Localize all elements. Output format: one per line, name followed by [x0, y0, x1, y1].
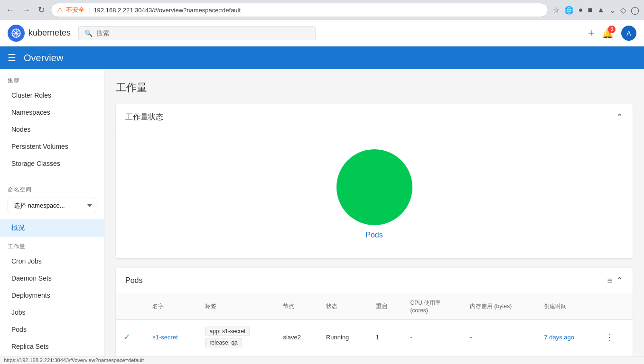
- sidebar-item-pods[interactable]: Pods: [0, 321, 104, 338]
- pods-circle: [336, 149, 412, 225]
- sidebar: 集群 Cluster Roles Namespaces Nodes Persis…: [0, 69, 104, 364]
- kubernetes-logo: kubernetes: [8, 25, 71, 42]
- pod-status-cell: Running: [318, 320, 368, 355]
- pod-cpu-cell: -: [402, 320, 462, 355]
- namespace-section: 命名空间 选择 namespace...: [0, 180, 104, 219]
- col-header-name: 名字: [145, 293, 197, 320]
- pod-status-icon: ✓: [116, 320, 145, 355]
- sidebar-item-storage-classes[interactable]: Storage Classes: [0, 155, 104, 172]
- user-avatar[interactable]: A: [621, 26, 636, 41]
- pods-label[interactable]: Pods: [365, 231, 383, 239]
- logo-text: kubernetes: [28, 28, 71, 38]
- namespace-select[interactable]: 选择 namespace...: [8, 198, 96, 213]
- status-bar: https://192.168.2.221:30443/#/overview?n…: [0, 356, 644, 364]
- pods-card-title: Pods: [125, 276, 142, 285]
- pods-card-header: Pods ≡ ⌃: [116, 268, 633, 293]
- sidebar-item-daemon-sets[interactable]: Daemon Sets: [0, 270, 104, 287]
- add-resource-button[interactable]: +: [588, 27, 594, 39]
- pod-created-link[interactable]: 7 days ago: [544, 334, 574, 341]
- status-url: https://192.168.2.221:30443/#/overview?n…: [4, 357, 144, 363]
- overview-bar: ☰ Overview: [0, 46, 644, 69]
- sidebar-item-deployments[interactable]: Deployments: [0, 287, 104, 304]
- refresh-button[interactable]: ↻: [36, 4, 47, 16]
- sidebar-item-jobs[interactable]: Jobs: [0, 304, 104, 321]
- col-header-status-col: 状态: [318, 293, 368, 320]
- pods-collapse-button[interactable]: ⌃: [616, 275, 623, 286]
- hamburger-menu-button[interactable]: ☰: [8, 52, 16, 64]
- pods-filter-button[interactable]: ≡: [607, 275, 612, 286]
- overview-title: Overview: [24, 53, 63, 64]
- page-title: 工作量: [116, 81, 633, 95]
- extension-icon5[interactable]: ◇: [619, 5, 627, 16]
- pod-more-menu-button[interactable]: ⋮: [603, 329, 616, 345]
- bookmark-icon[interactable]: ☆: [552, 5, 560, 16]
- pod-actions-cell: ⋮: [596, 320, 633, 355]
- notification-badge: 3: [608, 26, 616, 33]
- pod-memory-cell: -: [462, 320, 536, 355]
- workload-status-collapse-button[interactable]: ⌃: [616, 112, 623, 122]
- search-icon: 🔍: [84, 29, 93, 37]
- sidebar-item-cluster-roles[interactable]: Cluster Roles: [0, 87, 104, 104]
- table-header-row: 名字 标签 节点 状态 重启 CPU 使用率 (cores) 内存使用 (byt…: [116, 293, 633, 320]
- sidebar-divider: [0, 176, 104, 176]
- workload-visualization: Pods: [116, 130, 633, 258]
- workload-status-title: 工作量状态: [125, 112, 163, 122]
- workloads-section-label: 工作量: [0, 237, 104, 253]
- sidebar-item-overview[interactable]: 概况: [0, 219, 104, 237]
- col-header-actions: [596, 293, 633, 320]
- browser-icon-group: ☆ 🌐 ● ■ ▲ ⌄ ◇ ◯: [552, 5, 640, 16]
- pod-tags-cell: app: s1-secret release: qa: [197, 320, 275, 355]
- search-input[interactable]: [96, 29, 309, 37]
- workload-status-header: 工作量状态 ⌃: [116, 104, 633, 130]
- cluster-section-label: 集群: [0, 69, 104, 87]
- address-bar[interactable]: ⚠ 不安全 | 192.168.2.221:30443/#/overview?n…: [51, 3, 548, 17]
- col-header-labels: 标签: [197, 293, 275, 320]
- back-button[interactable]: ←: [4, 4, 16, 16]
- col-header-cpu: CPU 使用率 (cores): [402, 293, 462, 320]
- pod-name-cell: s1-secret: [145, 320, 197, 355]
- security-label: 不安全: [66, 6, 84, 14]
- col-header-created: 创建时间: [536, 293, 595, 320]
- col-header-memory: 内存使用 (bytes): [462, 293, 536, 320]
- extension-icon1[interactable]: ●: [578, 5, 584, 15]
- pod-node-cell: slave2: [275, 320, 318, 355]
- translate-icon[interactable]: 🌐: [563, 5, 575, 16]
- header-right: + 🔔 3 A: [588, 26, 636, 41]
- url-text: 192.168.2.221:30443/#/overview?namespace…: [93, 7, 241, 14]
- extension-icon2[interactable]: ■: [587, 5, 593, 15]
- pods-header-icons: ≡ ⌃: [607, 275, 623, 286]
- col-header-node: 节点: [275, 293, 318, 320]
- pod-created-cell: 7 days ago: [536, 320, 595, 355]
- extension-icon4[interactable]: ⌄: [608, 5, 616, 16]
- workload-status-card: 工作量状态 ⌃ Pods: [116, 104, 633, 258]
- pod-name-link[interactable]: s1-secret: [152, 334, 177, 341]
- sidebar-item-persistent-volumes[interactable]: Persistent Volumes: [0, 138, 104, 155]
- main-layout: 集群 Cluster Roles Namespaces Nodes Persis…: [0, 69, 644, 364]
- green-check-icon: ✓: [123, 332, 131, 342]
- search-bar[interactable]: 🔍: [78, 26, 316, 40]
- namespace-label: 命名空间: [8, 186, 96, 198]
- app-header: kubernetes 🔍 + 🔔 3 A: [0, 20, 644, 46]
- security-warning-icon: ⚠: [57, 6, 63, 14]
- sidebar-item-nodes[interactable]: Nodes: [0, 121, 104, 138]
- pods-table: 名字 标签 节点 状态 重启 CPU 使用率 (cores) 内存使用 (byt…: [116, 293, 633, 354]
- browser-bar: ← → ↻ ⚠ 不安全 | 192.168.2.221:30443/#/over…: [0, 0, 644, 20]
- extension-icon3[interactable]: ▲: [596, 5, 606, 15]
- forward-button[interactable]: →: [20, 4, 32, 16]
- notifications-button[interactable]: 🔔 3: [602, 27, 614, 39]
- col-header-status: [116, 293, 145, 320]
- sidebar-item-namespaces[interactable]: Namespaces: [0, 104, 104, 121]
- pod-tag-release: release: qa: [205, 338, 242, 347]
- pods-card: Pods ≡ ⌃ 名字 标签 节点 状态 重启 CPU 使用率 (cores): [116, 268, 633, 364]
- pod-tag-app: app: s1-secret: [205, 327, 250, 336]
- content-area: 工作量 工作量状态 ⌃ Pods Pods ≡ ⌃: [104, 69, 644, 364]
- profile-icon[interactable]: ◯: [630, 5, 640, 16]
- sidebar-item-cron-jobs[interactable]: Cron Jobs: [0, 253, 104, 270]
- table-row: ✓ s1-secret app: s1-secret release: qa s…: [116, 320, 633, 355]
- pod-restarts-cell: 1: [368, 320, 403, 355]
- col-header-restarts: 重启: [368, 293, 403, 320]
- logo-icon: [8, 25, 25, 42]
- sidebar-item-replica-sets[interactable]: Replica Sets: [0, 338, 104, 355]
